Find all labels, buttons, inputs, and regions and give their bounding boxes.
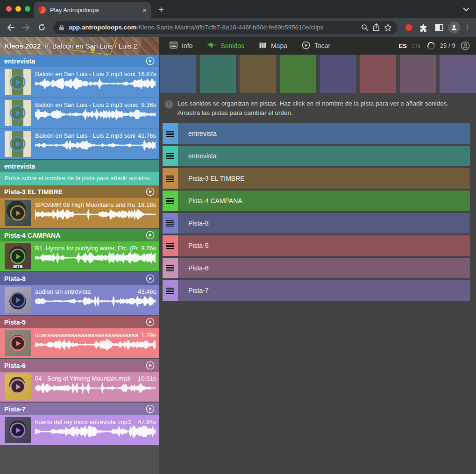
refresh-icon[interactable] <box>35 21 48 34</box>
clip-body: Balcón en San Luis - Luis 2.mp3 sonido h… <box>35 100 156 120</box>
zoom-icon[interactable] <box>361 24 369 31</box>
share-icon[interactable] <box>373 23 380 31</box>
drag-handle[interactable] <box>163 280 178 301</box>
back-icon[interactable] <box>4 21 17 34</box>
track-row[interactable]: Pista-7 <box>163 280 470 301</box>
clip-waveform[interactable] <box>35 295 156 307</box>
track-row-label-area[interactable]: Pista-6 <box>178 258 470 278</box>
clip-play-icon[interactable] <box>10 249 26 264</box>
audio-clip[interactable]: SPOAMR 08 High Mountains and Running ...… <box>0 198 159 228</box>
bookmark-star-icon[interactable] <box>384 24 392 31</box>
clip-waveform[interactable] <box>35 139 156 151</box>
browser-profile-avatar[interactable] <box>448 21 460 34</box>
drag-handle[interactable] <box>163 123 178 144</box>
clip-waveform[interactable] <box>35 339 156 351</box>
clip-play-icon[interactable] <box>10 106 26 121</box>
nav-item-tocar[interactable]: Tocar <box>302 41 330 51</box>
extensions-puzzle-icon[interactable] <box>417 21 430 34</box>
audio-clip[interactable]: Balcón en San Luis - Luis 2.mp3 sonido h… <box>0 129 159 159</box>
maximize-window-button[interactable] <box>25 6 30 12</box>
nav-item-info[interactable]: Info <box>170 42 192 50</box>
clip-title-row: huerto del rey moro entrevista .mp347.94… <box>35 418 156 425</box>
clip-list: huerto del rey moro entrevista .mp347.94… <box>0 415 159 445</box>
track-header[interactable]: Pista-7 <box>0 403 159 415</box>
clip-play-icon[interactable] <box>10 205 26 221</box>
clip-play-icon[interactable] <box>10 75 26 90</box>
track-row-label-area[interactable]: Pista-4 CAMPANA <box>178 191 470 211</box>
track-play-button[interactable] <box>146 231 155 240</box>
clip-waveform[interactable] <box>35 252 156 264</box>
lang-en-button[interactable]: EN <box>412 42 420 50</box>
track-swatch <box>200 55 236 93</box>
lang-es-button[interactable]: ES <box>399 42 407 50</box>
track-row[interactable]: Pista-4 CAMPANA <box>163 191 470 211</box>
track-play-button[interactable] <box>146 57 155 65</box>
clip-play-icon[interactable] <box>10 292 26 308</box>
nav-item-mapa[interactable]: Mapa <box>259 42 287 50</box>
side-panel-icon[interactable] <box>433 21 446 34</box>
record-extension-icon[interactable] <box>405 24 412 31</box>
track-header[interactable]: Pista-6 <box>0 359 159 372</box>
track-row-label-area[interactable]: Pista-5 <box>178 235 470 256</box>
browser-tab[interactable]: Play Antropoloops × <box>34 2 151 18</box>
track-row-label-area[interactable]: entrevista <box>178 146 470 166</box>
account-icon[interactable] <box>461 41 470 50</box>
audio-clip[interactable]: 04 - Song of Yimeng Mountain.mp310.51s <box>0 372 159 402</box>
track-header[interactable]: Pista-5 <box>0 316 159 328</box>
clip-play-icon[interactable] <box>10 136 26 152</box>
drag-handle[interactable] <box>163 146 178 166</box>
browser-menu-icon[interactable]: ⋮ <box>462 23 472 32</box>
track-header[interactable]: entrevista <box>0 55 159 67</box>
drag-handle[interactable] <box>163 258 178 278</box>
clip-play-icon[interactable] <box>10 336 26 351</box>
clip-waveform[interactable] <box>35 208 156 220</box>
audio-clip[interactable]: ouaraaaaaaaaaaaaaaaaaaaaaaaaaaaaaaaaa...… <box>0 328 159 358</box>
audio-clip[interactable]: audion sin entrevista43.46s <box>0 285 159 315</box>
track-row[interactable]: Pista-6 <box>163 258 470 278</box>
track-play-button[interactable] <box>146 318 155 326</box>
clip-waveform[interactable] <box>35 425 156 438</box>
track-row-label-area[interactable]: Pista-7 <box>178 280 470 301</box>
track-row-label-area[interactable]: Pista-3 EL TIMBRE <box>178 168 470 189</box>
new-tab-button[interactable]: + <box>154 3 168 17</box>
minimize-window-button[interactable] <box>15 6 21 12</box>
track-section: Pista-604 - Song of Yimeng Mountain.mp31… <box>0 359 159 403</box>
map-thumbnail[interactable]: Kleos 2022 // Balcón en San Luis / Luis … <box>0 37 159 55</box>
close-window-button[interactable] <box>6 6 12 12</box>
track-header[interactable]: Pista-8 <box>0 272 159 285</box>
tab-close-icon[interactable]: × <box>142 6 147 14</box>
track-play-button[interactable] <box>146 274 155 283</box>
track-row[interactable]: entrevista <box>163 123 470 144</box>
track-play-button[interactable] <box>146 404 155 413</box>
audio-clip[interactable]: Balcón en San Luis - Luis 2.mp3 sonido h… <box>0 98 159 128</box>
track-row[interactable]: Pista-3 EL TIMBRE <box>163 168 470 189</box>
drag-handle[interactable] <box>163 168 178 189</box>
clip-play-icon[interactable] <box>10 379 26 395</box>
track-header[interactable]: entrevista <box>0 160 159 172</box>
track-row-label-area[interactable]: Pista-8 <box>178 213 470 233</box>
audio-clip[interactable]: Balcón en San Luis - Luis 2.mp3 sonido h… <box>0 67 159 97</box>
clip-play-icon[interactable] <box>10 423 26 438</box>
track-header[interactable]: Pista-4 CAMPANA <box>0 229 159 241</box>
nav-item-sonidos[interactable]: Sonidos <box>207 42 244 50</box>
tab-search-chevron-icon[interactable] <box>463 5 469 14</box>
track-row[interactable]: Pista-5 <box>163 235 470 256</box>
audio-clip[interactable]: añaB1. Hymns for purifying water, Etc. (… <box>0 241 159 271</box>
track-header[interactable]: Pista-3 EL TIMBRE <box>0 185 159 198</box>
url-bar[interactable]: app.antropoloops.com/Kleos-Santa-Marina/… <box>53 21 398 34</box>
drag-handle[interactable] <box>163 235 178 256</box>
track-name: Pista-5 <box>4 318 26 326</box>
audio-clip[interactable]: huerto del rey moro entrevista .mp347.94… <box>0 415 159 445</box>
clip-waveform[interactable] <box>35 78 156 90</box>
clip-waveform[interactable] <box>35 382 156 394</box>
drag-handle[interactable] <box>163 213 178 233</box>
track-row-label-area[interactable]: entrevista <box>178 123 470 144</box>
drag-handle[interactable] <box>163 191 178 211</box>
track-row[interactable]: Pista-8 <box>163 213 470 233</box>
track-play-button[interactable] <box>146 361 155 370</box>
track-row[interactable]: entrevista <box>163 146 470 166</box>
clip-thumbnail <box>5 417 31 443</box>
forward-icon[interactable] <box>20 21 33 34</box>
clip-waveform[interactable] <box>35 108 156 120</box>
track-play-button[interactable] <box>146 187 155 196</box>
